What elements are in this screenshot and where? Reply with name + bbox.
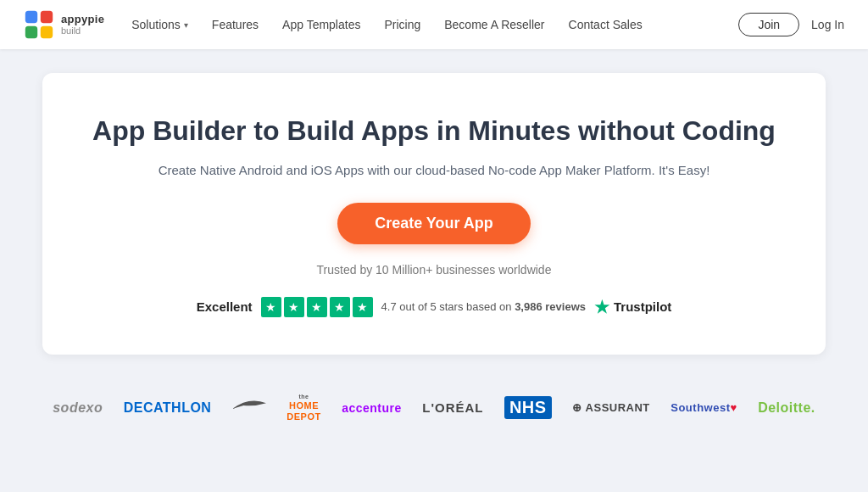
nav-item-templates[interactable]: App Templates bbox=[282, 18, 360, 31]
star-1: ★ bbox=[261, 297, 281, 317]
trusted-text: Trusted by 10 Million+ businesses worldw… bbox=[76, 263, 792, 277]
nav-item-contact[interactable]: Contact Sales bbox=[569, 18, 643, 31]
svg-rect-1 bbox=[41, 11, 53, 23]
star-2: ★ bbox=[284, 297, 304, 317]
star-5: ★ bbox=[353, 297, 373, 317]
svg-rect-3 bbox=[41, 26, 53, 38]
trustpilot-logo: ★ Trustpilot bbox=[594, 297, 671, 317]
rating-text: 4.7 out of 5 stars based on 3,986 review… bbox=[381, 300, 586, 313]
excellent-label: Excellent bbox=[197, 299, 253, 314]
trustpilot-row: Excellent ★ ★ ★ ★ ★ 4.7 out of 5 stars b… bbox=[76, 297, 792, 317]
brand-sodexo: sodexo bbox=[53, 400, 103, 416]
star-3: ★ bbox=[307, 297, 327, 317]
brands-section: sodexo DECATHLON the HOME DEPOT accentur… bbox=[0, 372, 868, 423]
logo[interactable]: appypie build bbox=[24, 9, 104, 40]
stars-box: ★ ★ ★ ★ ★ bbox=[261, 297, 373, 317]
svg-rect-0 bbox=[25, 11, 37, 23]
brand-decathlon: DECATHLON bbox=[124, 400, 212, 416]
logo-appypie-text: appypie bbox=[61, 14, 104, 25]
nav-actions: Join Log In bbox=[738, 13, 844, 36]
logo-icon bbox=[24, 9, 54, 40]
hero-card: App Builder to Build Apps in Minutes wit… bbox=[42, 73, 826, 355]
hero-title: App Builder to Build Apps in Minutes wit… bbox=[76, 114, 792, 149]
solutions-chevron-icon: ▾ bbox=[184, 20, 188, 30]
nav-item-features[interactable]: Features bbox=[212, 18, 259, 31]
brand-homedepot: the HOME DEPOT bbox=[287, 394, 320, 423]
brand-deloitte: Deloitte. bbox=[758, 400, 815, 416]
navbar: appypie build Solutions ▾ Features App T… bbox=[0, 0, 868, 49]
trustpilot-star-icon: ★ bbox=[594, 297, 609, 317]
star-4: ★ bbox=[330, 297, 350, 317]
brand-southwest: Southwest♥ bbox=[670, 401, 737, 414]
main-content: App Builder to Build Apps in Minutes wit… bbox=[0, 49, 868, 372]
join-button[interactable]: Join bbox=[738, 13, 799, 36]
create-app-button[interactable]: Create Your App bbox=[337, 203, 531, 244]
nike-swoosh-icon bbox=[232, 395, 266, 416]
brand-nhs: NHS bbox=[504, 396, 552, 419]
brand-accenture: accenture bbox=[342, 401, 402, 415]
login-link[interactable]: Log In bbox=[811, 18, 844, 31]
hero-subtitle: Create Native Android and iOS Apps with … bbox=[76, 163, 792, 177]
svg-rect-2 bbox=[25, 26, 37, 38]
brand-nike bbox=[232, 394, 266, 422]
brand-assurant: ⊕ ASSURANT bbox=[572, 401, 650, 414]
nav-links: Solutions ▾ Features App Templates Prici… bbox=[131, 18, 738, 31]
logo-build-text: build bbox=[61, 25, 104, 36]
nav-item-pricing[interactable]: Pricing bbox=[384, 18, 420, 31]
nav-item-solutions[interactable]: Solutions ▾ bbox=[131, 18, 188, 31]
nav-item-reseller[interactable]: Become A Reseller bbox=[444, 18, 544, 31]
brand-loreal: L'ORÉAL bbox=[422, 400, 483, 415]
